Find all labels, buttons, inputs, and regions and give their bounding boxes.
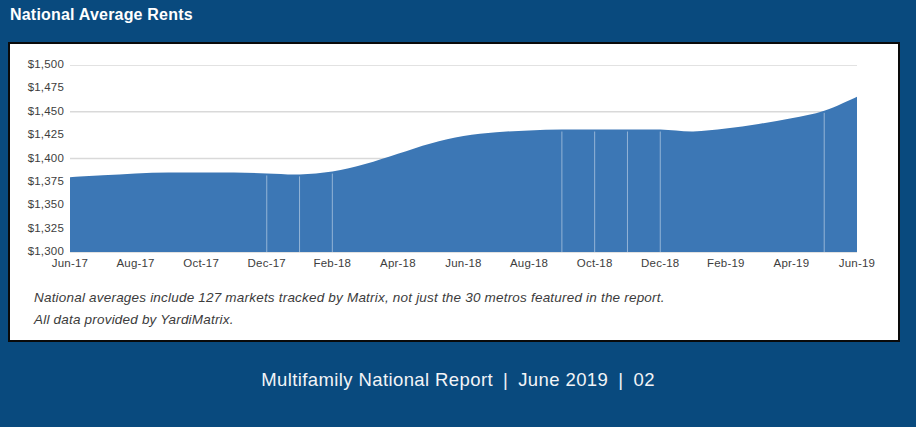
footer-report-name: Multifamily National Report — [261, 369, 493, 390]
rent-area-chart — [70, 65, 857, 253]
x-axis-tick-label: Aug-17 — [104, 257, 168, 269]
y-axis-tick-label: $1,300 — [14, 245, 64, 257]
y-axis-tick-label: $1,325 — [14, 222, 64, 234]
y-axis-tick-label: $1,350 — [14, 198, 64, 210]
y-axis-tick-label: $1,375 — [14, 175, 64, 187]
rent-area-series — [70, 97, 857, 252]
page: National Average Rents $1,500$1,475$1,45… — [0, 0, 916, 427]
x-axis-tick-label: Jun-17 — [38, 257, 102, 269]
footnote-line-1: National averages include 127 markets tr… — [34, 287, 665, 309]
footer-separator: | — [493, 369, 518, 390]
x-axis-tick-label: Dec-18 — [628, 257, 692, 269]
chart-footnote: National averages include 127 markets tr… — [34, 287, 665, 330]
y-axis-tick-label: $1,425 — [14, 128, 64, 140]
y-axis-tick-label: $1,400 — [14, 152, 64, 164]
x-axis-tick-label: Apr-18 — [366, 257, 430, 269]
x-axis-tick-label: Apr-19 — [759, 257, 823, 269]
chart-panel: $1,500$1,475$1,450$1,425$1,400$1,375$1,3… — [8, 42, 900, 342]
footer-page-number: 02 — [633, 369, 654, 390]
x-axis-tick-label: Oct-18 — [563, 257, 627, 269]
footnote-line-2: All data provided by YardiMatrix. — [34, 309, 665, 331]
y-axis-tick-label: $1,500 — [14, 58, 64, 70]
footer-date: June 2019 — [518, 369, 608, 390]
x-axis-tick-label: Oct-17 — [169, 257, 233, 269]
x-axis-tick-label: Aug-18 — [497, 257, 561, 269]
x-axis-tick-label: Jun-18 — [432, 257, 496, 269]
x-axis-tick-label: Dec-17 — [235, 257, 299, 269]
report-footer: Multifamily National Report|June 2019|02 — [0, 369, 916, 391]
x-axis-tick-label: Feb-18 — [300, 257, 364, 269]
y-axis-tick-label: $1,450 — [14, 105, 64, 117]
y-axis-tick-label: $1,475 — [14, 81, 64, 93]
footer-separator: | — [608, 369, 633, 390]
x-axis-tick-label: Jun-19 — [825, 257, 889, 269]
page-title: National Average Rents — [10, 6, 193, 24]
x-axis-tick-label: Feb-19 — [694, 257, 758, 269]
